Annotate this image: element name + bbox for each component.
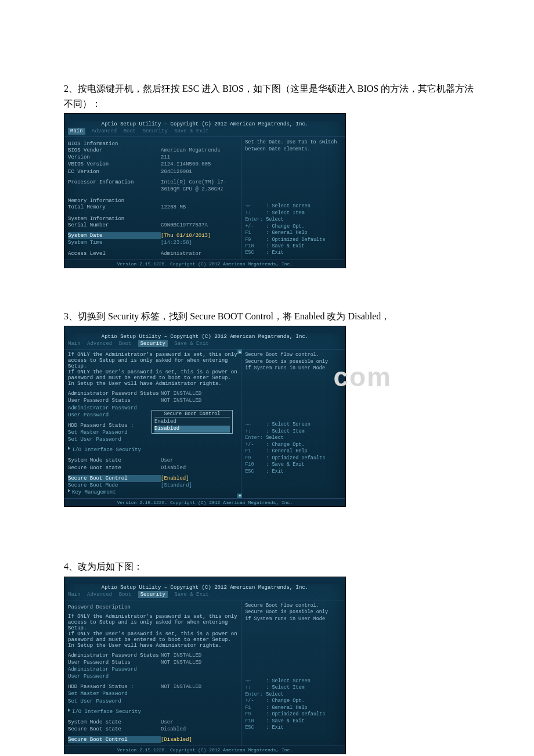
tab-main[interactable]: Main bbox=[68, 592, 81, 597]
tab-main[interactable]: Main bbox=[68, 128, 85, 135]
row-secure-boot-mode[interactable]: Secure Boot Mode[Standard] bbox=[68, 482, 237, 489]
bios-body: Password Description If ONLY the Adminis… bbox=[64, 600, 345, 747]
row-system-date-selected[interactable]: System Date[Thu 01/10/2013] bbox=[68, 232, 237, 239]
row-system-time[interactable]: System Time[14:23:58] bbox=[68, 239, 237, 246]
scroll-up-icon[interactable]: ▲ bbox=[237, 350, 242, 354]
row-admin-pw-status: Administrator Password StatusNOT INSTALL… bbox=[68, 390, 237, 397]
help-text: Set the Date. Use Tab to switch between … bbox=[245, 139, 342, 203]
tab-advanced[interactable]: Advanced bbox=[87, 341, 112, 347]
pw-desc-5: In Setup the User will have Administrato… bbox=[68, 381, 237, 387]
row-key-management[interactable]: Key Management bbox=[68, 489, 237, 496]
popup-title: Secure Boot Control bbox=[154, 411, 230, 417]
pw-desc-4: password and must be entered to boot to … bbox=[68, 637, 237, 643]
tab-save-exit[interactable]: Save & Exit bbox=[174, 592, 208, 597]
pw-desc-5: In Setup the User will have Administrato… bbox=[68, 643, 237, 649]
tab-boot[interactable]: Boot bbox=[119, 341, 132, 347]
step-3-caption: 3、切换到 Security 标签，找到 Secure BOOT Control… bbox=[64, 309, 482, 324]
bios-title: Aptio Setup Utility – Copyright (C) 2012… bbox=[64, 584, 345, 591]
password-description-heading: Password Description bbox=[68, 604, 237, 610]
row-serial: Serial NumberC9N0BC19777537A bbox=[68, 222, 237, 229]
bios-left-panel: BIOS Information BIOS VendorAmerican Meg… bbox=[64, 137, 241, 260]
tab-main[interactable]: Main bbox=[68, 341, 81, 347]
key-legend: →←: Select Screen ↑↓: Select Item Enter:… bbox=[245, 678, 342, 732]
pw-desc-2: access to Setup and is only asked for wh… bbox=[68, 358, 237, 369]
row-system-mode: System Mode stateUser bbox=[68, 719, 237, 726]
tab-boot[interactable]: Boot bbox=[119, 592, 132, 597]
tab-save-exit[interactable]: Save & Exit bbox=[174, 341, 208, 347]
row-set-master[interactable]: Set Master Password bbox=[68, 690, 237, 697]
row-secure-boot-control-selected[interactable]: Secure Boot Control[Disabled] bbox=[68, 736, 237, 743]
row-version: Version211 bbox=[68, 154, 237, 161]
row-io-interface[interactable]: I/O Interface Security bbox=[68, 447, 237, 453]
row-user-pw-status: User Password StatusNOT INSTALLED bbox=[68, 397, 237, 404]
pw-desc-2: access to Setup and is only asked for wh… bbox=[68, 620, 237, 631]
pw-desc-1: If ONLY the Administrator's password is … bbox=[68, 614, 237, 620]
row-io-interface[interactable]: I/O Interface Security bbox=[68, 708, 237, 715]
row-user-pw[interactable]: User Password bbox=[68, 673, 237, 680]
bios-footer: Version 2.15.1226. Copyright (C) 2012 Am… bbox=[64, 260, 345, 268]
bios-tabs: Main Advanced Boot Security Save & Exit bbox=[64, 340, 345, 349]
bios-body: BIOS Information BIOS VendorAmerican Meg… bbox=[64, 136, 345, 260]
bios-tabs: Main Advanced Boot Security Save & Exit bbox=[64, 591, 345, 600]
row-bios-vendor: BIOS VendorAmerican Megatrends bbox=[68, 147, 237, 154]
tab-security[interactable]: Security bbox=[143, 128, 168, 134]
section-bios-info: BIOS Information bbox=[68, 141, 237, 147]
bios-screenshot-main: Aptio Setup Utility – Copyright (C) 2012… bbox=[64, 113, 346, 268]
bios-footer: Version 2.15.1226. Copyright (C) 2012 Am… bbox=[64, 746, 345, 754]
key-legend: →←: Select Screen ↑↓: Select Item Enter:… bbox=[245, 422, 342, 475]
bios-tabs: Main Advanced Boot Security Save & Exit bbox=[64, 128, 345, 136]
tab-save-exit[interactable]: Save & Exit bbox=[174, 128, 208, 134]
bios-menubar bbox=[64, 114, 345, 121]
secure-boot-popup: Secure Boot Control Enabled Disabled bbox=[151, 410, 233, 433]
bios-menubar bbox=[64, 326, 345, 333]
key-legend: →←: Select Screen ↑↓: Select Item Enter:… bbox=[245, 203, 342, 257]
pw-desc-1: If ONLY the Administrator's password is … bbox=[68, 352, 237, 358]
bios-left-panel: Password Description If ONLY the Adminis… bbox=[64, 600, 241, 746]
help-text: Secure Boot flow control. Secure Boot is… bbox=[245, 603, 342, 678]
row-system-mode: System Mode stateUser bbox=[68, 457, 237, 464]
popup-option-enabled[interactable]: Enabled bbox=[154, 419, 230, 426]
popup-option-disabled-selected[interactable]: Disabled bbox=[154, 426, 230, 433]
scroll-down-icon[interactable]: ▼ bbox=[237, 494, 242, 498]
pw-desc-3: If ONLY the User's password is set, this… bbox=[68, 369, 237, 375]
tab-advanced[interactable]: Advanced bbox=[92, 128, 117, 134]
row-secure-boot-control-selected[interactable]: Secure Boot Control[Enabled] bbox=[68, 475, 237, 482]
step-2-caption: 2、按电源键开机，然后狂按 ESC 进入 BIOS，如下图（这里是华硕进入 BI… bbox=[64, 81, 482, 111]
bios-footer: Version 2.15.1226. Copyright (C) 2012 Am… bbox=[64, 499, 345, 506]
submenu-icon bbox=[68, 708, 70, 712]
bios-title: Aptio Setup Utility – Copyright (C) 2012… bbox=[64, 121, 345, 128]
step-4-caption: 4、改为后如下图： bbox=[64, 559, 482, 574]
bios-body: ▲ ▼ If ONLY the Administrator's password… bbox=[64, 349, 345, 499]
row-secure-boot-state: Secure Boot stateDisabled bbox=[68, 465, 237, 471]
row-set-user[interactable]: Set User Password bbox=[68, 436, 237, 443]
pw-desc-3: If ONLY the User's password is set, this… bbox=[68, 631, 237, 637]
tab-security[interactable]: Security bbox=[138, 591, 168, 598]
row-access-level: Access LevelAdministrator bbox=[68, 250, 237, 257]
bios-left-panel: ▲ ▼ If ONLY the Administrator's password… bbox=[64, 350, 241, 498]
tab-advanced[interactable]: Advanced bbox=[87, 592, 112, 597]
help-text: Secure Boot flow control. Secure Boot is… bbox=[245, 352, 342, 422]
tab-security[interactable]: Security bbox=[138, 340, 168, 347]
row-admin-pw-status: Administrator Password StatusNOT INSTALL… bbox=[68, 652, 237, 659]
document-page: 2、按电源键开机，然后狂按 ESC 进入 BIOS，如下图（这里是华硕进入 BI… bbox=[0, 0, 511, 756]
row-hdd-pw: HDD Password Status :NOT INSTALLED bbox=[68, 683, 237, 690]
row-secure-boot-state: Secure Boot stateDisabled bbox=[68, 726, 237, 733]
bios-menubar bbox=[64, 577, 345, 584]
row-vbios: VBIOS Version2124.I14N560.005 bbox=[68, 161, 237, 168]
row-ec: EC Version204E120001 bbox=[68, 168, 237, 175]
section-memory: Memory Information bbox=[68, 198, 237, 204]
bios-screenshot-security-popup: com Aptio Setup Utility – Copyright (C) … bbox=[64, 326, 346, 507]
pw-desc-4: password and must be entered to boot to … bbox=[68, 375, 237, 381]
tab-boot[interactable]: Boot bbox=[124, 128, 136, 134]
submenu-icon bbox=[68, 447, 70, 450]
bios-title: Aptio Setup Utility – Copyright (C) 2012… bbox=[64, 333, 345, 340]
row-processor: Processor InformationIntel(R) Core(TM) i… bbox=[68, 179, 237, 193]
row-admin-pw[interactable]: Administrator Password bbox=[68, 666, 237, 673]
bios-help-panel: Secure Boot flow control. Secure Boot is… bbox=[241, 600, 345, 746]
bios-screenshot-security-after: Aptio Setup Utility – Copyright (C) 2012… bbox=[64, 577, 346, 755]
section-system: System Information bbox=[68, 216, 237, 222]
submenu-icon bbox=[68, 489, 70, 492]
row-user-pw-status: User Password StatusNOT INSTALLED bbox=[68, 659, 237, 666]
row-set-user[interactable]: Set User Password bbox=[68, 698, 237, 705]
bios-help-panel: Set the Date. Use Tab to switch between … bbox=[241, 137, 345, 260]
